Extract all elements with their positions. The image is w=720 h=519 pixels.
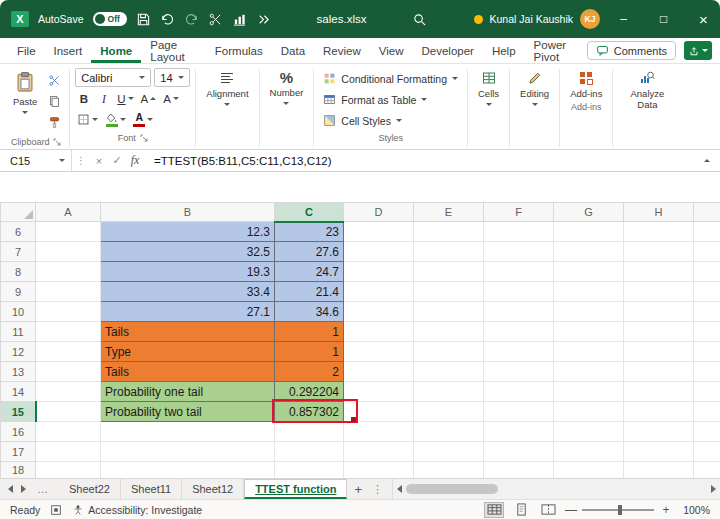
column-header-C[interactable]: C bbox=[275, 203, 344, 222]
column-header-F[interactable]: F bbox=[484, 203, 554, 222]
page-break-view-button[interactable] bbox=[538, 502, 558, 518]
bold-button[interactable]: B bbox=[75, 89, 92, 108]
customize-toolbar-chevron-icon[interactable] bbox=[256, 12, 271, 27]
row-header-6[interactable]: 6 bbox=[1, 222, 36, 242]
cell-E18[interactable] bbox=[414, 462, 484, 479]
cell-H10[interactable] bbox=[624, 302, 694, 322]
cell-C6[interactable]: 23 bbox=[275, 222, 344, 242]
search-icon[interactable] bbox=[412, 12, 427, 27]
sheet-tab-sheet22[interactable]: Sheet22 bbox=[59, 479, 121, 499]
cell-A14[interactable] bbox=[36, 382, 101, 402]
increase-font-size-button[interactable]: A bbox=[139, 89, 159, 108]
cell-F12[interactable] bbox=[484, 342, 554, 362]
cell-E9[interactable] bbox=[414, 282, 484, 302]
font-color-button[interactable]: A bbox=[131, 110, 155, 129]
cell-A11[interactable] bbox=[36, 322, 101, 342]
zoom-in-button[interactable]: + bbox=[661, 503, 671, 517]
row-header-9[interactable]: 9 bbox=[1, 282, 36, 302]
ribbon-tab-view[interactable]: View bbox=[370, 38, 413, 63]
cell-C17[interactable] bbox=[275, 442, 344, 462]
cell-H6[interactable] bbox=[624, 222, 694, 242]
cell-G10[interactable] bbox=[554, 302, 624, 322]
cell-B15[interactable]: Probability two tail bbox=[101, 402, 275, 422]
cell-B7[interactable]: 32.5 bbox=[101, 242, 275, 262]
ribbon-tab-review[interactable]: Review bbox=[314, 38, 370, 63]
cell-E15[interactable] bbox=[414, 402, 484, 422]
row-header-18[interactable]: 18 bbox=[1, 462, 36, 479]
cell-E6[interactable] bbox=[414, 222, 484, 242]
new-sheet-button[interactable]: + bbox=[347, 479, 369, 499]
cell-B17[interactable] bbox=[101, 442, 275, 462]
cell-H18[interactable] bbox=[624, 462, 694, 479]
cell-E14[interactable] bbox=[414, 382, 484, 402]
cell-A7[interactable] bbox=[36, 242, 101, 262]
column-header-H[interactable]: H bbox=[624, 203, 694, 222]
editing-button[interactable]: Editing bbox=[515, 67, 554, 106]
cell-B9[interactable]: 33.4 bbox=[101, 282, 275, 302]
cell-B6[interactable]: 12.3 bbox=[101, 222, 275, 242]
cell-E7[interactable] bbox=[414, 242, 484, 262]
cell-H13[interactable] bbox=[624, 362, 694, 382]
cell-D14[interactable] bbox=[344, 382, 414, 402]
excel-logo-icon[interactable]: X bbox=[11, 11, 29, 27]
scrollbar-thumb[interactable] bbox=[406, 484, 498, 494]
column-header-E[interactable]: E bbox=[414, 203, 484, 222]
zoom-slider[interactable] bbox=[582, 509, 654, 511]
ribbon-tab-developer[interactable]: Developer bbox=[413, 38, 483, 63]
row-header-10[interactable]: 10 bbox=[1, 302, 36, 322]
user-name[interactable]: Kunal Jai Kaushik bbox=[490, 13, 573, 25]
alignment-button[interactable]: Alignment bbox=[201, 67, 253, 106]
cell-C14[interactable]: 0.292204 bbox=[275, 382, 344, 402]
cell-D17[interactable] bbox=[344, 442, 414, 462]
cell-F14[interactable] bbox=[484, 382, 554, 402]
autosave-toggle[interactable]: Off bbox=[93, 12, 127, 26]
cell-F9[interactable] bbox=[484, 282, 554, 302]
cell-C15[interactable]: 0.857302 bbox=[275, 402, 344, 422]
row-header-11[interactable]: 11 bbox=[1, 322, 36, 342]
cell-A6[interactable] bbox=[36, 222, 101, 242]
user-avatar[interactable]: KJ bbox=[580, 9, 600, 29]
cell-E17[interactable] bbox=[414, 442, 484, 462]
cell-G12[interactable] bbox=[554, 342, 624, 362]
comments-button[interactable]: Comments bbox=[587, 41, 676, 60]
cell-B16[interactable] bbox=[101, 422, 275, 442]
font-name-select[interactable]: Calibri bbox=[75, 68, 151, 87]
cell-F6[interactable] bbox=[484, 222, 554, 242]
previous-sheet-icon[interactable] bbox=[8, 485, 13, 493]
undo-icon[interactable] bbox=[160, 12, 175, 27]
addins-button[interactable]: Add-ins bbox=[565, 67, 607, 100]
cell-A12[interactable] bbox=[36, 342, 101, 362]
italic-button[interactable]: I bbox=[95, 89, 112, 108]
cell-H14[interactable] bbox=[624, 382, 694, 402]
cell-A15[interactable] bbox=[36, 402, 101, 422]
save-icon[interactable] bbox=[136, 12, 151, 27]
cell-D13[interactable] bbox=[344, 362, 414, 382]
ribbon-tab-power-pivot[interactable]: Power Pivot bbox=[525, 38, 587, 63]
cell-A10[interactable] bbox=[36, 302, 101, 322]
cell-A16[interactable] bbox=[36, 422, 101, 442]
cell-C9[interactable]: 21.4 bbox=[275, 282, 344, 302]
cell-B14[interactable]: Probability one tail bbox=[101, 382, 275, 402]
borders-button[interactable] bbox=[75, 110, 100, 129]
column-header-B[interactable]: B bbox=[101, 203, 275, 222]
cell-D9[interactable] bbox=[344, 282, 414, 302]
cell-D11[interactable] bbox=[344, 322, 414, 342]
cell-B13[interactable]: Tails bbox=[101, 362, 275, 382]
sheet-tab-sheet12[interactable]: Sheet12 bbox=[182, 479, 244, 499]
cell-B11[interactable]: Tails bbox=[101, 322, 275, 342]
cell-E16[interactable] bbox=[414, 422, 484, 442]
cell-D10[interactable] bbox=[344, 302, 414, 322]
cell-A9[interactable] bbox=[36, 282, 101, 302]
next-sheet-icon[interactable] bbox=[21, 485, 26, 493]
formula-bar-collapse-button[interactable] bbox=[694, 159, 720, 162]
cell-G17[interactable] bbox=[554, 442, 624, 462]
cell-G16[interactable] bbox=[554, 422, 624, 442]
row-header-17[interactable]: 17 bbox=[1, 442, 36, 462]
enter-icon[interactable]: ✓ bbox=[108, 154, 126, 167]
column-header-A[interactable]: A bbox=[36, 203, 101, 222]
cell-G13[interactable] bbox=[554, 362, 624, 382]
cell-H8[interactable] bbox=[624, 262, 694, 282]
number-format-button[interactable]: % Number bbox=[265, 67, 309, 105]
chart-qat-icon[interactable] bbox=[232, 12, 247, 27]
scroll-right-icon[interactable] bbox=[711, 485, 716, 493]
